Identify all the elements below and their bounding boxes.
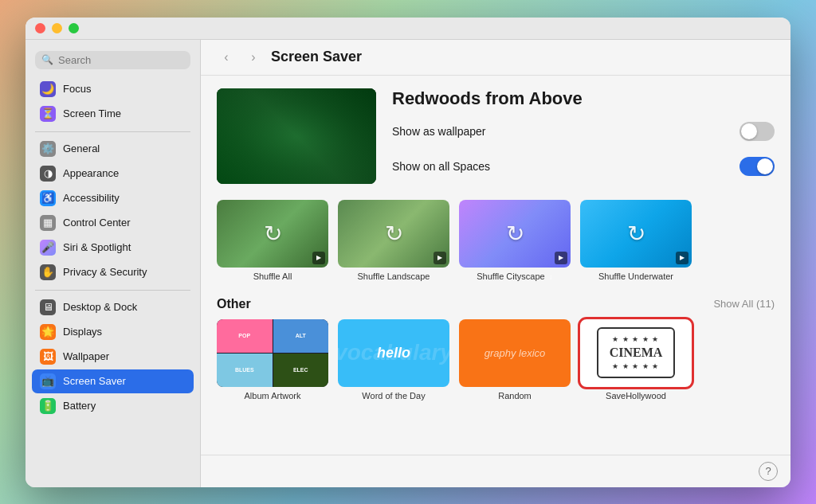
shuffle-cityscape-icon: ↻	[506, 221, 524, 247]
minimize-button[interactable]	[52, 23, 62, 33]
screen-time-icon: ⏳	[40, 106, 56, 122]
sidebar-item-wallpaper[interactable]: 🖼 Wallpaper	[32, 345, 194, 369]
sidebar-item-displays[interactable]: 🌟 Displays	[32, 320, 194, 344]
sidebar-section-bottom: 🖥 Desktop & Dock 🌟 Displays 🖼 Wallpaper …	[26, 295, 200, 419]
sidebar-item-general[interactable]: ⚙️ General	[32, 137, 194, 161]
cinema-text: CINEMA	[610, 346, 663, 360]
maximize-button[interactable]	[69, 23, 79, 33]
panel-footer: ?	[201, 455, 790, 487]
close-button[interactable]	[35, 23, 45, 33]
random-thumb: graphy lexico	[459, 319, 571, 387]
content-area: 🔍 🌙 Focus ⏳ Screen Time ⚙️ General	[26, 40, 790, 487]
sidebar-item-privacy-security[interactable]: ✋ Privacy & Security	[32, 260, 194, 284]
shuffle-underwater-icon: ↻	[627, 221, 645, 247]
shuffle-underwater-label: Shuffle Underwater	[598, 272, 673, 281]
album-cell-1: POP	[217, 319, 273, 353]
shuffle-cityscape-label: Shuffle Cityscape ↓	[477, 272, 552, 281]
privacy-icon: ✋	[40, 264, 56, 280]
sidebar-item-screen-time[interactable]: ⏳ Screen Time	[32, 102, 194, 126]
shuffle-underwater-item[interactable]: ↻ ▶ Shuffle Underwater	[580, 200, 692, 281]
system-preferences-window: 🔍 🌙 Focus ⏳ Screen Time ⚙️ General	[26, 18, 790, 487]
main-panel: ‹ › Screen Saver Redwoods from Above Sho…	[201, 40, 790, 487]
show-as-wallpaper-row: Show as wallpaper	[392, 119, 775, 144]
search-input[interactable]	[58, 54, 184, 66]
sidebar-item-label-screen-time: Screen Time	[63, 107, 121, 119]
sidebar-item-appearance[interactable]: ◑ Appearance	[32, 162, 194, 186]
toggle-knob-2	[757, 158, 773, 174]
album-artwork-thumb: POP ALT BLUES ELEC	[217, 319, 328, 387]
displays-icon: 🌟	[40, 324, 56, 340]
sidebar-item-label-general: General	[63, 143, 100, 154]
panel-content: Redwoods from Above Show as wallpaper Sh…	[201, 76, 790, 455]
shuffle-underwater-thumb: ↻ ▶	[580, 200, 692, 268]
show-on-all-spaces-label: Show on all Spaces	[392, 160, 490, 173]
shuffle-landscape-item[interactable]: ↻ ▶ Shuffle Landscape	[338, 200, 449, 281]
sidebar-item-label-privacy: Privacy & Security	[63, 266, 147, 278]
screensaver-preview[interactable]	[217, 88, 376, 184]
other-title: Other	[217, 297, 251, 311]
sidebar-divider-2	[35, 290, 190, 291]
control-center-icon: ▦	[40, 215, 56, 231]
show-on-all-spaces-toggle[interactable]	[740, 157, 775, 176]
sidebar-item-screen-saver[interactable]: 📺 Screen Saver	[32, 369, 194, 393]
sidebar-item-accessibility[interactable]: ♿ Accessibility	[32, 186, 194, 210]
top-section: Redwoods from Above Show as wallpaper Sh…	[217, 88, 775, 184]
shuffle-cityscape-thumb: ↻ ▶	[459, 200, 571, 268]
album-artwork-item[interactable]: POP ALT BLUES ELEC Album Artwork	[217, 319, 328, 400]
album-cell-3: BLUES	[217, 354, 273, 387]
panel-title: Screen Saver	[271, 49, 362, 65]
sidebar-item-desktop-dock[interactable]: 🖥 Desktop & Dock	[32, 295, 194, 319]
save-hollywood-thumb: ★ ★ ★ ★ ★ CINEMA ★ ★ ★ ★ ★	[580, 319, 692, 387]
show-all-link[interactable]: Show All (11)	[713, 298, 775, 310]
album-grid: POP ALT BLUES ELEC	[217, 319, 328, 387]
search-bar[interactable]: 🔍	[35, 51, 190, 69]
sidebar-item-label-appearance: Appearance	[63, 167, 119, 179]
focus-icon: 🌙	[40, 81, 56, 97]
screen-saver-icon: 📺	[40, 373, 56, 389]
word-of-day-label: Word of the Day	[362, 391, 425, 400]
show-as-wallpaper-label: Show as wallpaper	[392, 125, 486, 138]
preview-image	[217, 88, 376, 184]
help-button[interactable]: ?	[759, 462, 778, 481]
shuffle-all-icon: ↻	[264, 221, 282, 247]
shuffle-grid: ↻ ▶ Shuffle All ↻ ▶ Shuffle Landscape	[217, 200, 775, 281]
random-item[interactable]: graphy lexico Random	[459, 319, 571, 400]
save-hollywood-item[interactable]: ★ ★ ★ ★ ★ CINEMA ★ ★ ★ ★ ★ SaveHollywood	[580, 319, 692, 400]
download-icon: ↓	[549, 272, 553, 281]
shuffle-landscape-label: Shuffle Landscape	[358, 272, 430, 281]
sidebar-section-top: 🌙 Focus ⏳ Screen Time	[26, 77, 200, 127]
sidebar-item-label-accessibility: Accessibility	[63, 192, 120, 204]
shuffle-cityscape-item[interactable]: ↻ ▶ Shuffle Cityscape ↓	[459, 200, 571, 281]
sidebar-item-control-center[interactable]: ▦ Control Center	[32, 211, 194, 235]
sidebar-section-mid: ⚙️ General ◑ Appearance ♿ Accessibility …	[26, 137, 200, 285]
sidebar-item-label-wallpaper: Wallpaper	[63, 350, 109, 362]
accessibility-icon: ♿	[40, 190, 56, 206]
appearance-icon: ◑	[40, 166, 56, 182]
sidebar-item-focus[interactable]: 🌙 Focus	[32, 77, 194, 101]
sidebar-item-battery[interactable]: 🔋 Battery	[32, 394, 194, 418]
general-icon: ⚙️	[40, 141, 56, 157]
title-bar	[26, 18, 790, 40]
word-of-day-thumb: vocabulary hello	[338, 319, 449, 387]
shuffle-all-label: Shuffle All	[253, 272, 292, 281]
sidebar-item-label-siri: Siri & Spotlight	[63, 241, 131, 253]
back-button[interactable]: ‹	[217, 48, 236, 67]
play-indicator-3: ▶	[555, 252, 567, 264]
sidebar-item-siri-spotlight[interactable]: 🎤 Siri & Spotlight	[32, 236, 194, 260]
info-section: Redwoods from Above Show as wallpaper Sh…	[392, 88, 775, 179]
forward-button[interactable]: ›	[244, 48, 263, 67]
play-indicator-4: ▶	[676, 252, 688, 264]
battery-icon: 🔋	[40, 398, 56, 414]
shuffle-all-item[interactable]: ↻ ▶ Shuffle All	[217, 200, 328, 281]
search-icon: 🔍	[41, 54, 53, 65]
album-cell-4: ELEC	[273, 354, 329, 387]
siri-icon: 🎤	[40, 240, 56, 256]
random-label: Random	[498, 391, 532, 400]
other-section-header: Other Show All (11)	[217, 297, 775, 311]
other-grid: POP ALT BLUES ELEC Album Artwork vocabul…	[217, 319, 775, 400]
show-as-wallpaper-toggle[interactable]	[740, 122, 775, 141]
wallpaper-icon: 🖼	[40, 349, 56, 365]
word-of-day-item[interactable]: vocabulary hello Word of the Day	[338, 319, 449, 400]
screensaver-name: Redwoods from Above	[392, 88, 775, 109]
album-artwork-label: Album Artwork	[245, 391, 301, 400]
